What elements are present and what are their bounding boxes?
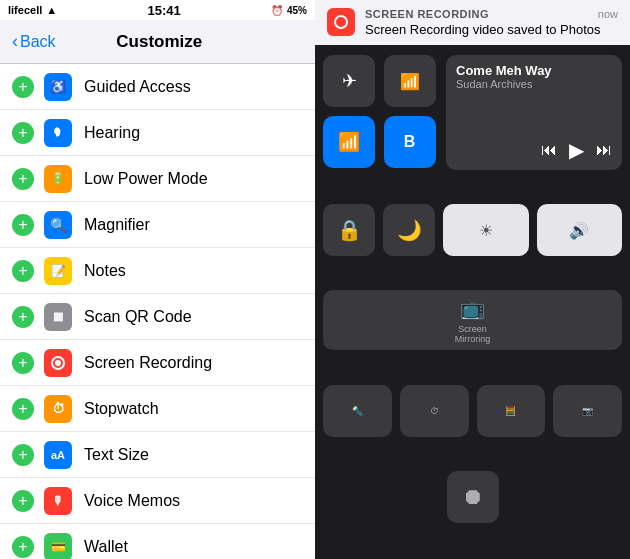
- wifi-icon: 📶: [338, 131, 360, 153]
- notif-app-icon: [327, 8, 355, 36]
- add-button-guided-access[interactable]: +: [12, 76, 34, 98]
- bluetooth-button[interactable]: B: [384, 116, 436, 168]
- screen-record-button[interactable]: ⏺: [447, 471, 499, 523]
- add-button-notes[interactable]: +: [12, 260, 34, 282]
- notif-title: SCREEN RECORDING: [365, 8, 489, 20]
- list-item-stopwatch[interactable]: +⏱Stopwatch: [0, 386, 315, 432]
- flashlight-icon: 🔦: [352, 406, 363, 416]
- list-item-screen-recording[interactable]: +Screen Recording: [0, 340, 315, 386]
- page-title: Customize: [56, 32, 263, 52]
- brightness-slider[interactable]: ☀: [443, 204, 529, 256]
- flashlight-button[interactable]: 🔦: [323, 385, 392, 437]
- app-icon-guided-access: ♿: [44, 73, 72, 101]
- item-label-guided-access: Guided Access: [84, 78, 191, 96]
- app-icon-text-size: aA: [44, 441, 72, 469]
- add-button-text-size[interactable]: +: [12, 444, 34, 466]
- volume-slider[interactable]: 🔊: [537, 204, 623, 256]
- add-button-screen-recording[interactable]: +: [12, 352, 34, 374]
- notification-banner[interactable]: SCREEN RECORDING now Screen Recording vi…: [315, 0, 630, 45]
- calculator-button[interactable]: 🧮: [477, 385, 546, 437]
- control-center: ✈ 📶 📶 B Come Meh Way Sudan Archives: [315, 45, 630, 559]
- item-label-notes: Notes: [84, 262, 126, 280]
- play-button[interactable]: ▶: [569, 138, 584, 162]
- list-item-magnifier[interactable]: +🔍Magnifier: [0, 202, 315, 248]
- add-button-stopwatch[interactable]: +: [12, 398, 34, 420]
- wifi-icon: ▲: [46, 4, 57, 16]
- left-panel: lifecell ▲ 15:41 ⏰ 45% ‹ Back Customize …: [0, 0, 315, 559]
- notif-time: now: [598, 8, 618, 20]
- item-label-wallet: Wallet: [84, 538, 128, 556]
- connectivity-grid: ✈ 📶 📶 B: [323, 55, 438, 170]
- screen-record-icon: ⏺: [462, 484, 484, 510]
- notif-header: SCREEN RECORDING now: [365, 8, 618, 20]
- item-label-hearing: Hearing: [84, 124, 140, 142]
- list-item-guided-access[interactable]: +♿Guided Access: [0, 64, 315, 110]
- moon-icon: 🌙: [397, 218, 422, 242]
- screen-mirror-label: ScreenMirroring: [455, 324, 491, 346]
- list-item-text-size[interactable]: +aAText Size: [0, 432, 315, 478]
- add-button-magnifier[interactable]: +: [12, 214, 34, 236]
- status-bar-left: lifecell ▲: [8, 4, 57, 16]
- item-label-screen-recording: Screen Recording: [84, 354, 212, 372]
- bluetooth-icon: B: [404, 133, 416, 151]
- carrier-label: lifecell: [8, 4, 42, 16]
- antenna-icon: 📶: [400, 72, 420, 91]
- app-icon-notes: 📝: [44, 257, 72, 285]
- cc-top-row: ✈ 📶 📶 B Come Meh Way Sudan Archives: [323, 55, 622, 170]
- item-label-magnifier: Magnifier: [84, 216, 150, 234]
- screen-mirroring-button[interactable]: 📺 ScreenMirroring: [323, 290, 622, 350]
- rewind-button[interactable]: ⏮: [541, 141, 557, 159]
- fast-forward-button[interactable]: ⏭: [596, 141, 612, 159]
- music-title: Come Meh Way: [456, 63, 612, 78]
- right-panel: SCREEN RECORDING now Screen Recording vi…: [315, 0, 630, 559]
- item-label-voice-memos: Voice Memos: [84, 492, 180, 510]
- nav-bar: ‹ Back Customize: [0, 20, 315, 64]
- back-label: Back: [20, 33, 56, 51]
- cc-row-2: 🔒 🌙 ☀ 🔊: [323, 204, 622, 256]
- app-icon-wallet: 💳: [44, 533, 72, 560]
- add-button-low-power[interactable]: +: [12, 168, 34, 190]
- list-item-wallet[interactable]: +💳Wallet: [0, 524, 315, 559]
- item-label-scan-qr: Scan QR Code: [84, 308, 192, 326]
- status-bar-right: ⏰ 45%: [271, 5, 307, 16]
- add-button-scan-qr[interactable]: +: [12, 306, 34, 328]
- music-controls: ⏮ ▶ ⏭: [456, 138, 612, 162]
- app-icon-scan-qr: ▦: [44, 303, 72, 331]
- timer-icon: ⏱: [430, 406, 439, 416]
- add-button-voice-memos[interactable]: +: [12, 490, 34, 512]
- cellular-button[interactable]: 📶: [384, 55, 436, 107]
- wifi-button[interactable]: 📶: [323, 116, 375, 168]
- list-item-notes[interactable]: +📝Notes: [0, 248, 315, 294]
- add-button-wallet[interactable]: +: [12, 536, 34, 558]
- list-item-hearing[interactable]: +Hearing: [0, 110, 315, 156]
- volume-track: 🔊: [537, 204, 623, 256]
- cc-row-3: 📺 ScreenMirroring: [323, 290, 622, 350]
- calculator-icon: 🧮: [505, 406, 516, 416]
- app-icon-low-power: 🔋: [44, 165, 72, 193]
- list-item-voice-memos[interactable]: +🎙Voice Memos: [0, 478, 315, 524]
- volume-icon: 🔊: [569, 221, 589, 240]
- do-not-disturb-button[interactable]: 🌙: [383, 204, 435, 256]
- app-icon-screen-recording: [44, 349, 72, 377]
- app-icon-magnifier: 🔍: [44, 211, 72, 239]
- item-label-stopwatch: Stopwatch: [84, 400, 159, 418]
- music-artist: Sudan Archives: [456, 78, 612, 90]
- item-label-text-size: Text Size: [84, 446, 149, 464]
- rotation-lock-button[interactable]: 🔒: [323, 204, 375, 256]
- alarm-icon: ⏰: [271, 5, 283, 16]
- list-item-low-power[interactable]: +🔋Low Power Mode: [0, 156, 315, 202]
- chevron-left-icon: ‹: [12, 31, 18, 52]
- add-button-hearing[interactable]: +: [12, 122, 34, 144]
- notif-content: SCREEN RECORDING now Screen Recording vi…: [365, 8, 618, 37]
- music-player[interactable]: Come Meh Way Sudan Archives ⏮ ▶ ⏭: [446, 55, 622, 170]
- back-button[interactable]: ‹ Back: [12, 31, 56, 52]
- camera-button[interactable]: 📷: [553, 385, 622, 437]
- brightness-icon: ☀: [479, 221, 493, 240]
- cc-row-5: ⏺: [323, 471, 622, 523]
- timer-button[interactable]: ⏱: [400, 385, 469, 437]
- brightness-track: ☀: [443, 204, 529, 256]
- list-item-scan-qr[interactable]: +▦Scan QR Code: [0, 294, 315, 340]
- app-icon-stopwatch: ⏱: [44, 395, 72, 423]
- rotation-lock-icon: 🔒: [337, 218, 362, 242]
- airplane-mode-button[interactable]: ✈: [323, 55, 375, 107]
